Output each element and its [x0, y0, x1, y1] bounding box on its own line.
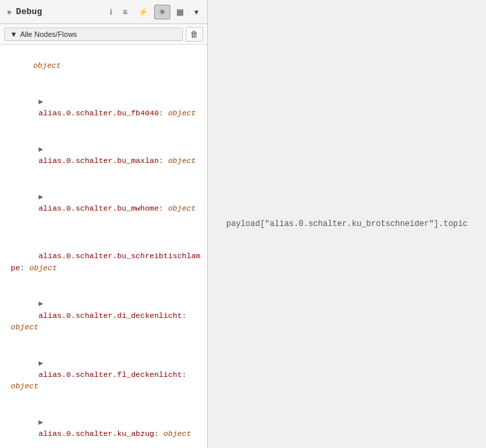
tree-key: alias.0.schalter.ku_abzug: [38, 429, 154, 438]
expand-arrow[interactable]: ▶: [38, 191, 45, 203]
tree-key: alias.0.schalter.bu_maxlan: [38, 156, 158, 165]
panel-toolbar: i ≡ ⚡ ✳ ▦ ▾: [101, 5, 207, 19]
panel-title-text: Debug: [16, 7, 42, 17]
toolbar-chart-btn[interactable]: ▦: [172, 5, 188, 19]
debug-content[interactable]: object ▶ alias.0.schalter.bu_fb4040: obj…: [0, 45, 207, 448]
filter-nodes-btn[interactable]: ▼ Alle Nodes/Flows: [4, 27, 183, 41]
payload-label: payload["alias.0.schalter.ku_brotschneid…: [226, 219, 467, 229]
filter-label: Alle Nodes/Flows: [20, 30, 77, 38]
tree-key: alias.0.schalter.di_deckenlicht: [38, 311, 182, 320]
list-item[interactable]: ▶ alias.0.schalter.ku_abzug: object: [0, 404, 207, 449]
list-item[interactable]: alias.0.schalter.bu_schreibtischlampe: o…: [0, 227, 207, 286]
tree-type: object: [168, 109, 196, 117]
tree-key: alias.0.schalter.bu_mwhome: [38, 204, 158, 213]
list-item[interactable]: ▶ alias.0.schalter.fl_deckenlicht: objec…: [0, 345, 207, 404]
toolbar-branch-btn[interactable]: ⚡: [133, 5, 153, 19]
list-item[interactable]: ▶ alias.0.schalter.bu_fb4040: object: [0, 84, 207, 131]
panel-header: ✳ Debug i ≡ ⚡ ✳ ▦ ▾: [0, 0, 207, 24]
tree-type: object: [29, 264, 57, 272]
toolbar-bug-btn[interactable]: ✳: [154, 5, 170, 19]
expand-arrow[interactable]: ▶: [38, 357, 45, 369]
toolbar-list-btn[interactable]: ≡: [118, 5, 132, 19]
tree-type: object: [168, 204, 196, 213]
tree-type: object: [164, 429, 191, 438]
expand-arrow[interactable]: ▶: [38, 144, 45, 155]
debug-icon: ✳: [7, 7, 12, 17]
toolbar-info-btn[interactable]: i: [105, 5, 117, 19]
expand-arrow[interactable]: ▶: [38, 96, 45, 107]
filter-bar: ▼ Alle Nodes/Flows 🗑: [0, 24, 207, 45]
tree-key: alias.0.schalter.bu_fb4040: [38, 109, 158, 117]
tree-key: alias.0.schalter.fl_deckenlicht: [38, 370, 182, 379]
list-item[interactable]: ▶ alias.0.schalter.bu_mwhome: object: [0, 179, 207, 227]
list-item[interactable]: ▶ alias.0.schalter.bu_maxlan: object: [0, 131, 207, 179]
tree-type: object: [11, 323, 38, 331]
tree-type: object: [11, 382, 38, 390]
toolbar-more-btn[interactable]: ▾: [190, 5, 203, 19]
expand-arrow[interactable]: ▶: [38, 416, 45, 428]
expand-arrow: [38, 239, 45, 250]
root-object-label: object: [0, 48, 207, 84]
panel-title: ✳ Debug: [0, 7, 49, 17]
expand-arrow[interactable]: ▶: [38, 298, 45, 309]
debug-panel: ✳ Debug i ≡ ⚡ ✳ ▦ ▾ ▼ Alle Nodes/Flows 🗑…: [0, 0, 208, 448]
clear-btn[interactable]: 🗑: [186, 27, 203, 42]
list-item[interactable]: ▶ alias.0.schalter.di_deckenlicht: objec…: [0, 286, 207, 345]
main-area: payload["alias.0.schalter.ku_brotschneid…: [208, 0, 486, 448]
filter-icon: ▼: [10, 30, 17, 38]
root-type: object: [33, 61, 60, 70]
tree-type: object: [168, 156, 196, 165]
